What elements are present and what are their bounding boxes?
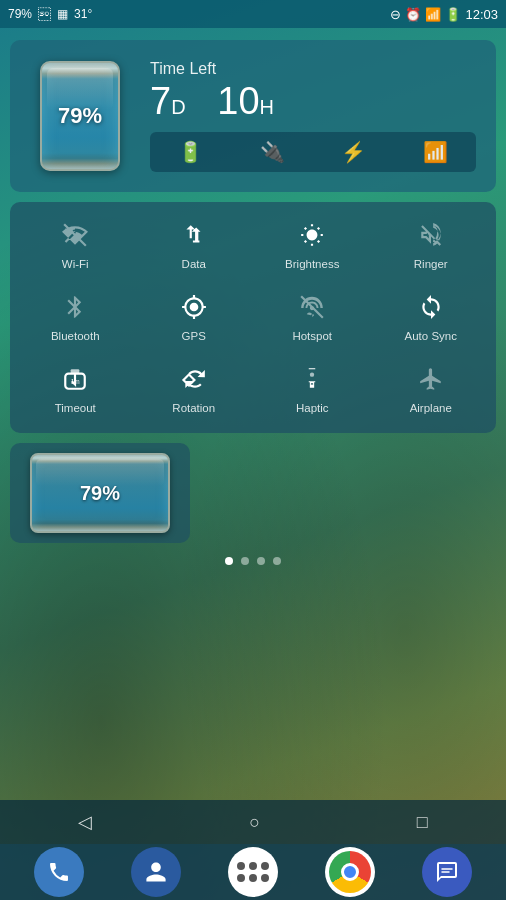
- qs-hotspot[interactable]: Hotspot: [255, 284, 370, 352]
- status-left: 79%  ▦ 31°: [8, 7, 92, 22]
- hotspot-label: Hotspot: [292, 330, 332, 344]
- battery-visual: 79%: [30, 56, 130, 176]
- airplane-icon: [418, 366, 444, 396]
- page-dot-3[interactable]: [257, 557, 265, 565]
- chrome-center: [341, 863, 359, 881]
- alarm-icon: ⏰: [405, 7, 421, 22]
- drawer-dot: [237, 862, 245, 870]
- hours-unit: H: [260, 96, 274, 118]
- time-left-label: Time Left: [150, 60, 476, 78]
- gps-label: GPS: [182, 330, 206, 344]
- bluetooth-icon: [62, 294, 88, 324]
- ringer-icon: [418, 222, 444, 252]
- brightness-label: Brightness: [285, 258, 339, 272]
- battery-mode-usb[interactable]: ⚡: [341, 140, 366, 164]
- airplane-label: Airplane: [410, 402, 452, 416]
- battery-info: Time Left 7D 10H 🔋 🔌 ⚡ 📶: [150, 60, 476, 172]
- qs-ringer[interactable]: Ringer: [374, 212, 489, 280]
- timeout-label: Timeout: [55, 402, 96, 416]
- qs-autosync[interactable]: Auto Sync: [374, 284, 489, 352]
- chrome-button[interactable]: [325, 847, 375, 897]
- e-icon: : [38, 7, 51, 22]
- brightness-icon: A: [299, 222, 325, 252]
- battery-mode-icons: 🔋 🔌 ⚡ 📶: [150, 132, 476, 172]
- signal-icon: 📶: [425, 7, 441, 22]
- gps-icon: [181, 294, 207, 324]
- hotspot-icon: [299, 294, 325, 324]
- battery-body: 79%: [40, 61, 120, 171]
- nav-bar: [0, 844, 506, 900]
- battery-widget-small: 79%: [10, 443, 190, 543]
- haptic-label: Haptic: [296, 402, 329, 416]
- app-drawer-button[interactable]: [228, 847, 278, 897]
- page-indicators: [10, 557, 496, 565]
- messages-icon: [435, 860, 459, 884]
- qs-rotation[interactable]: Rotation: [137, 356, 252, 424]
- chrome-icon: [329, 851, 371, 893]
- rotation-icon: [181, 366, 207, 396]
- status-right: ⊖ ⏰ 📶 🔋 12:03: [390, 7, 498, 22]
- ringer-label: Ringer: [414, 258, 448, 272]
- wifi-off-icon: [62, 222, 88, 252]
- qs-timeout[interactable]: 1m Timeout: [18, 356, 133, 424]
- drawer-dot: [237, 874, 245, 882]
- time-left-value: 7D 10H: [150, 82, 476, 120]
- battery-mode-normal[interactable]: 🔋: [178, 140, 203, 164]
- back-button[interactable]: ◁: [78, 811, 92, 833]
- drawer-dot: [261, 862, 269, 870]
- app-drawer-grid: [237, 862, 269, 882]
- qs-data[interactable]: Data: [137, 212, 252, 280]
- phone-button[interactable]: [34, 847, 84, 897]
- recents-button[interactable]: □: [417, 812, 428, 833]
- contacts-icon: [144, 860, 168, 884]
- sd-icon: ▦: [57, 7, 68, 21]
- page-dot-2[interactable]: [241, 557, 249, 565]
- battery-percent-status: 79%: [8, 7, 32, 21]
- contacts-button[interactable]: [131, 847, 181, 897]
- timeout-icon: 1m: [62, 366, 88, 396]
- gesture-bar: ◁ ○ □: [0, 800, 506, 844]
- rotation-label: Rotation: [172, 402, 215, 416]
- page-dot-1[interactable]: [225, 557, 233, 565]
- battery-small-body: 79%: [30, 453, 170, 533]
- battery-widget-top: 79% Time Left 7D 10H 🔋 🔌 ⚡ 📶: [10, 40, 496, 192]
- messages-button[interactable]: [422, 847, 472, 897]
- qs-haptic[interactable]: Haptic: [255, 356, 370, 424]
- qs-brightness[interactable]: A Brightness: [255, 212, 370, 280]
- battery-small-percent: 79%: [80, 482, 120, 505]
- mute-icon: ⊖: [390, 7, 401, 22]
- drawer-dot: [249, 874, 257, 882]
- svg-text:1m: 1m: [71, 378, 80, 385]
- hours-value: 10: [217, 80, 259, 122]
- svg-point-7: [310, 372, 314, 376]
- drawer-dot: [261, 874, 269, 882]
- qs-gps[interactable]: GPS: [137, 284, 252, 352]
- data-icon: [181, 222, 207, 252]
- status-bar: 79%  ▦ 31° ⊖ ⏰ 📶 🔋 12:03: [0, 0, 506, 28]
- time-status: 12:03: [465, 7, 498, 22]
- haptic-icon: [299, 366, 325, 396]
- data-label: Data: [182, 258, 206, 272]
- bluetooth-label: Bluetooth: [51, 330, 100, 344]
- autosync-icon: [418, 294, 444, 324]
- phone-icon: [47, 860, 71, 884]
- days-unit: D: [171, 96, 185, 118]
- qs-airplane[interactable]: Airplane: [374, 356, 489, 424]
- battery-percent-main: 79%: [58, 103, 102, 129]
- qs-wifi[interactable]: Wi-Fi: [18, 212, 133, 280]
- home-button[interactable]: ○: [249, 812, 260, 833]
- autosync-label: Auto Sync: [405, 330, 457, 344]
- days-value: 7: [150, 80, 171, 122]
- page-dot-4[interactable]: [273, 557, 281, 565]
- quick-settings-widget: Wi-Fi Data A Brightness: [10, 202, 496, 433]
- main-content: 79% Time Left 7D 10H 🔋 🔌 ⚡ 📶: [0, 28, 506, 577]
- battery-mode-wifi[interactable]: 📶: [423, 140, 448, 164]
- battery-icon-status: 🔋: [445, 7, 461, 22]
- wifi-label: Wi-Fi: [62, 258, 89, 272]
- temp-status: 31°: [74, 7, 92, 21]
- drawer-dot: [249, 862, 257, 870]
- battery-mode-charge[interactable]: 🔌: [260, 140, 285, 164]
- svg-text:A: A: [309, 230, 315, 240]
- qs-bluetooth[interactable]: Bluetooth: [18, 284, 133, 352]
